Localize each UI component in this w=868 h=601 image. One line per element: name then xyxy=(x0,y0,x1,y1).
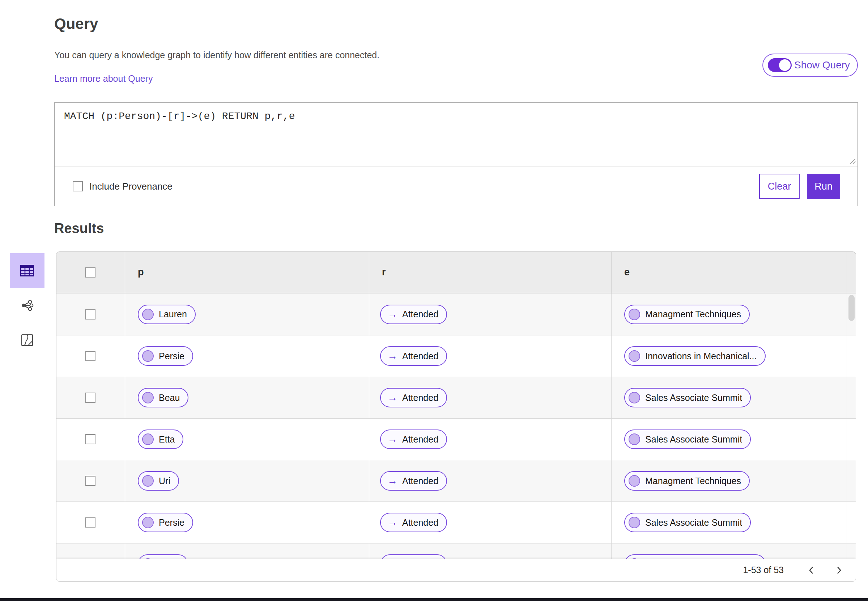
row-scrollbar-cell xyxy=(847,377,856,418)
row-checkbox[interactable] xyxy=(85,393,96,403)
entity-label: Persie xyxy=(159,517,184,528)
relation-pill[interactable]: → Attended xyxy=(380,471,447,491)
run-button[interactable]: Run xyxy=(807,174,840,199)
graph-view-button[interactable] xyxy=(10,288,44,323)
query-input[interactable]: MATCH (p:Person)-[r]->(e) RETURN p,r,e xyxy=(55,103,857,166)
toggle-on-icon[interactable] xyxy=(768,58,792,72)
table-row: Etta → Attended Sales Associate Summit xyxy=(56,418,856,460)
arrow-right-icon: → xyxy=(387,476,397,486)
relation-pill[interactable]: → Attended xyxy=(380,513,447,532)
entity-label: Lauren xyxy=(159,309,187,319)
node-circle-icon xyxy=(142,392,154,403)
node-circle-icon xyxy=(142,350,154,362)
table-row: Lauren → Attended Managment Techniques xyxy=(56,293,856,335)
row-checkbox[interactable] xyxy=(85,434,96,444)
node-circle-icon xyxy=(629,475,640,487)
row-checkbox-cell xyxy=(56,336,125,377)
relation-pill[interactable]: → Attended xyxy=(380,346,447,366)
node-circle-icon xyxy=(629,309,640,320)
cell-e: Sales Associate Summit xyxy=(612,502,847,543)
table-row: Beau → Attended Sales Associate Summit xyxy=(56,377,856,418)
cell-r: → Attended xyxy=(369,377,612,418)
vertical-scrollbar[interactable] xyxy=(848,295,854,321)
table-view-button[interactable] xyxy=(10,253,44,288)
include-provenance-checkbox[interactable] xyxy=(73,181,83,191)
entity-pill[interactable]: Sales Associate Summit xyxy=(624,430,751,449)
cell-e: Sales Associate Summit xyxy=(612,377,847,418)
entity-pill[interactable]: Persie xyxy=(138,346,193,366)
header-scrollbar-cell xyxy=(847,252,856,293)
entity-pill[interactable]: Sales Associate Summit xyxy=(624,388,751,407)
cell-p: Etta xyxy=(125,419,369,460)
chevron-left-icon xyxy=(807,566,815,575)
next-page-button[interactable] xyxy=(835,566,843,575)
entity-pill[interactable]: Uri xyxy=(138,471,179,491)
cell-e: Managment Techniques xyxy=(612,293,847,335)
entity-pill[interactable]: Etta xyxy=(138,430,183,449)
arrow-right-icon: → xyxy=(387,393,397,403)
cell-p: Uri xyxy=(125,460,369,502)
relation-label: Attended xyxy=(402,517,439,528)
node-circle-icon xyxy=(629,517,640,528)
results-table-body: Lauren → Attended Managment Techniques P… xyxy=(56,293,856,582)
show-query-toggle[interactable]: Show Query xyxy=(762,53,858,77)
results-title: Results xyxy=(54,221,104,236)
entity-pill[interactable]: Innovations in Mechanical... xyxy=(624,346,766,366)
clear-button[interactable]: Clear xyxy=(759,174,799,199)
entity-label: Innovations in Mechanical... xyxy=(645,351,757,362)
entity-pill[interactable]: Managment Techniques xyxy=(624,305,750,324)
arrow-right-icon: → xyxy=(387,517,397,528)
table-row: Uri → Attended Managment Techniques xyxy=(56,460,856,502)
include-provenance-label: Include Provenance xyxy=(89,181,172,192)
entity-label: Sales Associate Summit xyxy=(645,517,742,528)
column-header-r: r xyxy=(369,252,612,293)
node-circle-icon xyxy=(629,433,640,445)
entity-pill[interactable]: Persie xyxy=(138,513,193,532)
select-all-checkbox[interactable] xyxy=(85,267,96,278)
entity-pill[interactable]: Sales Associate Summit xyxy=(624,513,751,532)
node-circle-icon xyxy=(142,475,154,487)
relation-pill[interactable]: → Attended xyxy=(380,305,447,324)
entity-label: Persie xyxy=(159,351,184,362)
cell-e: Innovations in Mechanical... xyxy=(612,336,847,377)
results-table: p r e Lauren → Attended Managment Techni… xyxy=(56,252,856,582)
page-description: You can query a knowledge graph to ident… xyxy=(54,50,379,60)
row-checkbox[interactable] xyxy=(85,476,96,486)
results-table-header: p r e xyxy=(56,252,856,293)
resize-handle-icon[interactable] xyxy=(849,157,856,165)
entity-pill[interactable]: Lauren xyxy=(138,305,196,324)
graph-view-icon xyxy=(21,299,34,312)
cell-p: Beau xyxy=(125,377,369,418)
entity-label: Beau xyxy=(159,393,180,403)
query-editor-panel: MATCH (p:Person)-[r]->(e) RETURN p,r,e I… xyxy=(54,102,858,206)
node-circle-icon xyxy=(142,309,154,320)
relation-label: Attended xyxy=(402,476,439,486)
previous-page-button[interactable] xyxy=(807,566,815,575)
map-view-button[interactable] xyxy=(10,323,44,357)
row-checkbox-cell xyxy=(56,460,125,502)
learn-more-link[interactable]: Learn more about Query xyxy=(54,73,152,84)
entity-pill[interactable]: Managment Techniques xyxy=(624,471,750,491)
entity-label: Sales Associate Summit xyxy=(645,434,742,445)
relation-pill[interactable]: → Attended xyxy=(380,388,447,407)
node-circle-icon xyxy=(629,392,640,403)
row-checkbox[interactable] xyxy=(85,351,96,361)
relation-pill[interactable]: → Attended xyxy=(380,430,447,449)
row-checkbox[interactable] xyxy=(85,517,96,528)
arrow-right-icon: → xyxy=(387,351,397,361)
arrow-right-icon: → xyxy=(387,434,397,444)
cell-r: → Attended xyxy=(369,336,612,377)
node-circle-icon xyxy=(629,350,640,362)
row-checkbox[interactable] xyxy=(85,310,96,319)
row-scrollbar-cell xyxy=(847,336,856,377)
pagination-range-label: 1-53 of 53 xyxy=(743,565,784,575)
table-row: Persie → Attended Innovations in Mechani… xyxy=(56,335,856,377)
query-textarea-wrap: MATCH (p:Person)-[r]->(e) RETURN p,r,e xyxy=(55,103,857,166)
relation-label: Attended xyxy=(402,393,439,403)
cell-p: Persie xyxy=(125,502,369,543)
table-row: Persie → Attended Sales Associate Summit xyxy=(56,502,856,543)
entity-pill[interactable]: Beau xyxy=(138,388,189,407)
map-view-icon xyxy=(21,334,33,346)
cell-r: → Attended xyxy=(369,460,612,502)
cell-r: → Attended xyxy=(369,419,612,460)
